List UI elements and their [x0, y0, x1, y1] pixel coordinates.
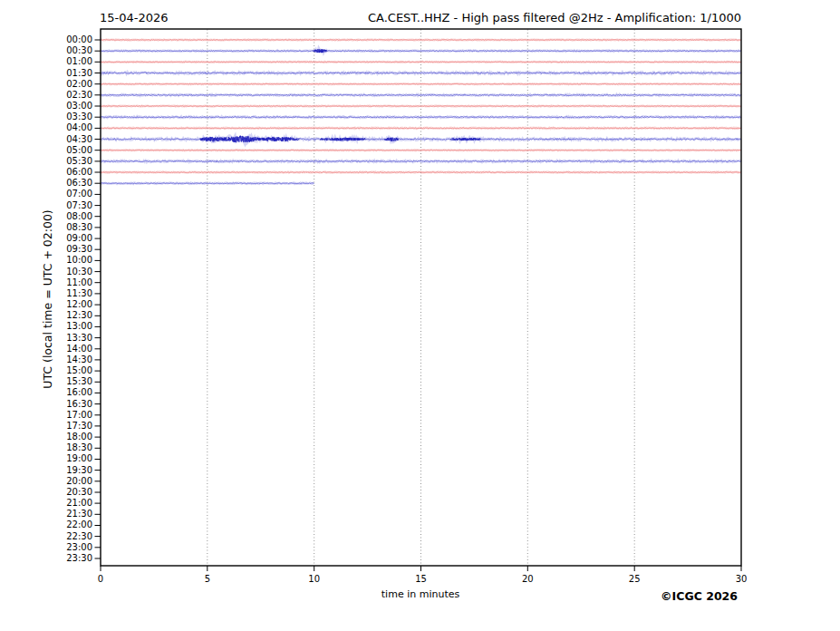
y-tick-label: 06:30	[36, 178, 92, 189]
y-tick-label: 14:30	[36, 354, 92, 365]
y-tick-label: 12:30	[36, 310, 92, 321]
x-tick-label: 10	[296, 574, 333, 585]
y-tick-label: 23:30	[36, 553, 92, 564]
y-tick-label: 19:00	[36, 453, 92, 464]
y-tick-label: 21:30	[36, 509, 92, 519]
y-tick-label: 09:00	[36, 233, 92, 244]
y-tick-label: 09:30	[36, 244, 92, 255]
y-tick-label: 12:00	[36, 299, 92, 310]
y-tick-label: 18:30	[36, 442, 92, 453]
y-tick-label: 11:00	[36, 277, 92, 288]
y-tick-label: 22:00	[36, 519, 92, 530]
y-tick-label: 05:00	[36, 145, 92, 156]
y-tick-label: 21:00	[36, 498, 92, 509]
x-tick-label: 5	[189, 574, 226, 585]
copyright-label: ©ICGC 2026	[661, 589, 738, 603]
y-tick-label: 08:30	[36, 222, 92, 233]
y-tick-label: 16:00	[36, 387, 92, 398]
x-axis-title: time in minutes	[381, 588, 459, 600]
x-tick-label: 30	[723, 574, 759, 585]
y-tick-label: 20:00	[36, 476, 92, 487]
y-tick-label: 04:30	[36, 134, 92, 145]
y-tick-label: 00:00	[36, 34, 92, 45]
y-tick-label: 16:30	[36, 399, 92, 410]
y-tick-label: 08:00	[36, 211, 92, 222]
y-tick-label: 07:30	[36, 200, 92, 211]
x-tick-label: 20	[509, 574, 546, 585]
y-tick-label: 02:00	[36, 79, 92, 90]
trace-05:00	[101, 150, 741, 150]
y-tick-label: 18:00	[36, 432, 92, 442]
y-tick-label: 07:00	[36, 189, 92, 199]
y-tick-label: 17:00	[36, 410, 92, 421]
helicorder-page: 15-04-2026 CA.CEST..HHZ - High pass filt…	[0, 0, 840, 631]
y-tick-label: 10:30	[36, 267, 92, 277]
y-tick-label: 00:30	[36, 45, 92, 56]
y-tick-label: 04:00	[36, 122, 92, 133]
y-tick-label: 03:30	[36, 112, 92, 122]
y-tick-label: 03:00	[36, 101, 92, 112]
y-tick-label: 02:30	[36, 90, 92, 101]
y-tick-label: 13:30	[36, 333, 92, 344]
helicorder-plot	[0, 0, 840, 631]
y-tick-label: 01:30	[36, 68, 92, 79]
y-tick-label: 23:00	[36, 542, 92, 553]
y-tick-label: 15:00	[36, 365, 92, 376]
y-tick-label: 20:30	[36, 487, 92, 498]
x-tick-label: 15	[403, 574, 439, 585]
y-tick-label: 19:30	[36, 465, 92, 476]
y-tick-label: 22:30	[36, 531, 92, 542]
y-tick-label: 10:00	[36, 255, 92, 266]
y-tick-label: 13:00	[36, 321, 92, 332]
y-tick-label: 01:00	[36, 56, 92, 67]
trace-02:00	[101, 83, 741, 84]
y-tick-label: 15:30	[36, 376, 92, 387]
y-tick-label: 11:30	[36, 288, 92, 299]
x-tick-label: 25	[616, 574, 652, 585]
y-tick-label: 05:30	[36, 156, 92, 167]
y-tick-label: 06:00	[36, 167, 92, 178]
y-tick-label: 14:00	[36, 344, 92, 354]
x-tick-label: 0	[82, 574, 119, 585]
y-tick-label: 17:30	[36, 421, 92, 432]
